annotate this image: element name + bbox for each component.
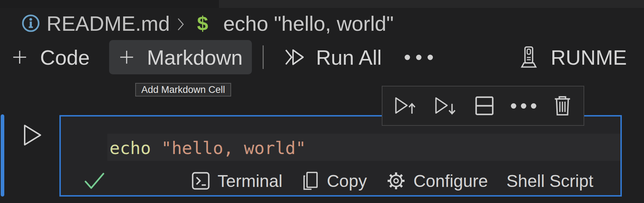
tooltip-add-markdown-cell: Add Markdown Cell	[135, 83, 231, 96]
code-token-command: echo	[109, 138, 151, 158]
success-check-icon	[84, 172, 105, 190]
copy-button[interactable]: Copy	[302, 171, 367, 191]
notebook-editor: README.md $ echo "hello, world" Code	[0, 0, 644, 203]
code-editor[interactable]: echo "hello, world"	[109, 137, 306, 159]
add-markdown-cell-label: Markdown	[147, 45, 243, 69]
run-all-label: Run All	[316, 45, 382, 69]
trash-icon	[553, 95, 572, 117]
copy-label: Copy	[327, 171, 367, 191]
play-icon	[23, 124, 42, 147]
runme-label: RUNME	[551, 45, 627, 69]
terminal-icon	[191, 171, 210, 191]
cell-language-indicator[interactable]: Shell Script	[507, 171, 594, 191]
tooltip-text: Add Markdown Cell	[141, 84, 225, 95]
split-cell-icon	[474, 95, 495, 117]
run-cell-button[interactable]	[23, 124, 42, 147]
language-label: Shell Script	[507, 171, 594, 191]
info-icon	[21, 14, 40, 33]
ellipsis-icon	[428, 55, 433, 60]
run-all-icon	[284, 47, 305, 67]
plus-icon	[118, 49, 135, 65]
copy-icon	[302, 171, 319, 191]
play-arrow-up-icon	[394, 95, 418, 117]
runme-rocket-icon	[518, 46, 540, 69]
breadcrumb-shell-symbol[interactable]: $	[197, 12, 208, 35]
notebook-toolbar: Code Markdown Run All	[0, 38, 644, 76]
add-markdown-cell-button[interactable]: Markdown	[109, 40, 252, 74]
breadcrumb-command[interactable]: echo "hello, world"	[223, 11, 394, 35]
code-token-string: "hello, world"	[151, 138, 306, 158]
active-tab[interactable]	[0, 0, 219, 8]
cell-toolbar	[382, 86, 584, 126]
execute-above-button[interactable]	[394, 95, 418, 117]
chevron-right-icon	[177, 18, 185, 31]
cell-more-actions-button[interactable]	[511, 103, 536, 109]
add-code-cell-button[interactable]: Code	[2, 40, 99, 74]
breadcrumb: README.md $ echo "hello, world"	[0, 8, 644, 39]
configure-label: Configure	[413, 171, 488, 191]
tab-bar	[0, 0, 644, 8]
gear-icon	[386, 171, 406, 191]
plus-icon	[11, 49, 28, 65]
ellipsis-icon	[511, 103, 516, 109]
run-all-button[interactable]: Run All	[274, 40, 391, 74]
cell-focus-indicator[interactable]	[1, 114, 4, 197]
play-arrow-down-icon	[434, 95, 458, 117]
terminal-button[interactable]: Terminal	[191, 171, 282, 191]
ellipsis-icon	[405, 55, 410, 60]
split-cell-button[interactable]	[474, 95, 495, 117]
code-cell[interactable]: echo "hello, world" Terminal	[59, 115, 622, 197]
ellipsis-icon	[521, 103, 526, 109]
ellipsis-icon	[531, 103, 536, 109]
delete-cell-button[interactable]	[553, 95, 572, 117]
execute-below-button[interactable]	[434, 95, 458, 117]
cell-status-bar: Terminal Copy	[61, 167, 620, 195]
runme-button[interactable]: RUNME	[518, 38, 627, 76]
breadcrumb-file[interactable]: README.md	[47, 11, 170, 35]
terminal-label: Terminal	[218, 171, 282, 191]
configure-button[interactable]: Configure	[386, 171, 488, 191]
ellipsis-icon	[416, 55, 421, 60]
more-actions-button[interactable]	[400, 40, 438, 74]
toolbar-divider	[263, 45, 264, 69]
add-code-cell-label: Code	[40, 45, 90, 69]
